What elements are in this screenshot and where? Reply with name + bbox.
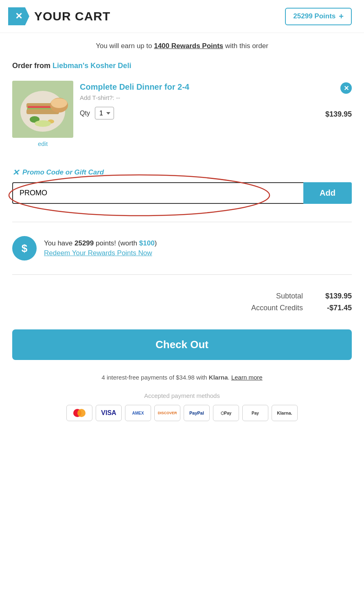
subtotal-value: $139.95 xyxy=(315,292,352,300)
promo-section: ✕ Promo Code or Gift Card Add xyxy=(0,147,364,212)
payment-icon-applepay: Pay xyxy=(242,405,268,421)
promo-x-icon: ✕ xyxy=(12,168,19,177)
subtotal-row: Subtotal $139.95 xyxy=(276,292,352,300)
promo-input-row: Add xyxy=(12,182,352,204)
payment-label: Accepted payment methods xyxy=(12,392,352,399)
rewards-text: You have 25299 points! (worth $100) xyxy=(44,239,157,247)
points-badge-button[interactable]: 25299 Points + xyxy=(285,8,352,25)
svg-point-13 xyxy=(77,409,86,417)
page-title: YOUR CART xyxy=(34,9,110,23)
payment-icon-discover: DISCOVER xyxy=(154,405,180,421)
checkout-button[interactable]: Check Out xyxy=(12,329,352,360)
divider-1 xyxy=(12,222,352,222)
order-section: Order from Liebman's Kosher Deli xyxy=(0,54,364,81)
payment-icon-gpay: ⬡Pay xyxy=(213,405,239,421)
earn-points-link[interactable]: 1400 Rewards Points xyxy=(154,42,223,50)
credits-value: -$71.45 xyxy=(315,304,352,312)
rewards-text-before: You have xyxy=(44,239,75,247)
rewards-icon: $ xyxy=(12,236,37,261)
rewards-text-after: ) xyxy=(155,239,157,247)
addon-value: -- xyxy=(116,94,120,101)
earn-points-text-before: You will earn up to xyxy=(96,42,154,50)
cart-header: ✕ YOUR CART 25299 Points + xyxy=(0,0,364,33)
earn-points-bar: You will earn up to 1400 Rewards Points … xyxy=(0,33,364,54)
earn-points-text-after: with this order xyxy=(223,42,268,50)
qty-select[interactable]: 1 2 3 4 xyxy=(95,107,114,119)
qty-row: Qty 1 2 3 4 xyxy=(80,107,189,119)
payment-icon-klarna: Klarna. xyxy=(272,405,298,421)
promo-label-text: Promo Code or Gift Card xyxy=(22,168,104,177)
promo-label: ✕ Promo Code or Gift Card xyxy=(12,168,352,177)
rewards-text-middle: points! (worth xyxy=(94,239,139,247)
cart-item: edit Complete Deli Dinner for 2-4 Add T-… xyxy=(0,81,364,147)
klarna-learn-more-link[interactable]: Learn more xyxy=(231,374,263,381)
order-from-text: Order from xyxy=(12,62,50,70)
credits-row: Account Credits -$71.45 xyxy=(251,304,352,312)
item-addon: Add T-shirt?: -- xyxy=(80,94,189,101)
points-value: 25299 Points xyxy=(293,12,335,20)
edit-link[interactable]: edit xyxy=(38,140,48,147)
item-name: Complete Deli Dinner for 2-4 xyxy=(80,82,189,92)
order-from-label: Order from Liebman's Kosher Deli xyxy=(12,62,352,70)
payment-icons: VISA AMEX DISCOVER PayPal ⬡Pay Pay Klarn… xyxy=(12,405,352,421)
restaurant-name: Liebman's Kosher Deli xyxy=(53,62,131,70)
brand-logo: ✕ xyxy=(8,7,29,25)
payment-icon-visa: VISA xyxy=(96,405,122,421)
rewards-text-block: You have 25299 points! (worth $100) Rede… xyxy=(44,239,157,257)
rewards-points: 25299 xyxy=(75,239,94,247)
klarna-text: 4 interest-free payments of $34.98 with xyxy=(101,374,208,381)
svg-point-10 xyxy=(35,120,51,127)
cart-item-details: Complete Deli Dinner for 2-4 Add T-shirt… xyxy=(80,81,352,119)
addon-label: Add T-shirt?: xyxy=(80,94,114,101)
klarna-brand: Klarna xyxy=(209,374,228,381)
item-image xyxy=(12,81,73,138)
payment-section: Accepted payment methods VISA AMEX DISCO… xyxy=(0,385,364,428)
divider-2 xyxy=(12,274,352,275)
rewards-worth: $100 xyxy=(139,239,155,247)
redeem-link[interactable]: Redeem Your Rewards Points Now xyxy=(44,249,157,257)
payment-icon-amex: AMEX xyxy=(125,405,151,421)
klarna-row: 4 interest-free payments of $34.98 with … xyxy=(0,370,364,385)
credits-label: Account Credits xyxy=(251,304,303,312)
totals-section: Subtotal $139.95 Account Credits -$71.45 xyxy=(0,285,364,320)
qty-label: Qty xyxy=(80,110,90,117)
logo-x-icon: ✕ xyxy=(15,11,22,22)
payment-icon-mastercard xyxy=(66,405,92,421)
points-add-icon: + xyxy=(339,12,344,21)
klarna-separator: . xyxy=(228,374,231,381)
item-right-col: ✕ $139.95 xyxy=(325,82,352,119)
payment-icon-paypal: PayPal xyxy=(184,405,210,421)
remove-item-button[interactable]: ✕ xyxy=(340,82,352,94)
food-svg xyxy=(12,81,73,138)
promo-input[interactable] xyxy=(12,182,303,204)
svg-point-7 xyxy=(51,98,67,108)
rewards-section: $ You have 25299 points! (worth $100) Re… xyxy=(0,232,364,265)
header-left: ✕ YOUR CART xyxy=(8,7,110,25)
item-price: $139.95 xyxy=(325,110,352,119)
subtotal-label: Subtotal xyxy=(276,292,303,300)
promo-add-button[interactable]: Add xyxy=(303,182,352,204)
